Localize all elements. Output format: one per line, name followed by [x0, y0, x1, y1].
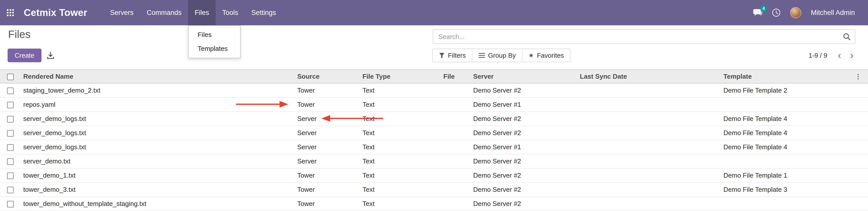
row-checkbox-cell	[0, 168, 21, 182]
table-row[interactable]: tower_demo_without_template_staging.txt …	[0, 197, 868, 211]
menu-tools[interactable]: Tools	[216, 0, 245, 25]
search-input[interactable]	[433, 33, 839, 41]
row-checkbox[interactable]	[7, 102, 14, 108]
table-row[interactable]: server_demo_logs.txt Server Text Demo Se…	[0, 140, 868, 154]
row-checkbox[interactable]	[7, 144, 14, 151]
menu-files-label: Files	[195, 9, 209, 17]
table-body: staging_tower_demo_2.txt Tower Text Demo…	[0, 83, 868, 211]
filters-button[interactable]: Filters	[433, 49, 472, 62]
cell-rendered-name: tower_demo_1.txt	[21, 168, 295, 182]
row-checkbox[interactable]	[7, 116, 14, 122]
pager-next-button[interactable]: ›	[846, 51, 857, 60]
table-row[interactable]: server_demo_logs.txt Server Text Demo Se…	[0, 112, 868, 126]
cell-trailing	[853, 126, 868, 140]
cell-template	[721, 154, 853, 168]
messages-button[interactable]: 4	[753, 9, 762, 17]
cell-template: Demo File Template 4	[721, 112, 853, 126]
cell-server: Demo Server #1	[471, 97, 578, 112]
search-submit[interactable]	[839, 33, 855, 40]
table-row[interactable]: repos.yaml Tower Text Demo Server #1	[0, 97, 868, 112]
cell-trailing	[853, 197, 868, 211]
cell-template: Demo File Template 4	[721, 140, 853, 154]
optional-columns-toggle[interactable]: ⋮	[853, 69, 868, 83]
cell-rendered-name: server_demo_logs.txt	[21, 126, 295, 140]
column-header-last-sync-date[interactable]: Last Sync Date	[578, 69, 721, 83]
filters-label: Filters	[448, 52, 466, 59]
search-options: Filters Group By ★ Favorites	[432, 49, 570, 62]
favorites-button[interactable]: ★ Favorites	[522, 49, 570, 62]
create-button[interactable]: Create	[8, 49, 41, 62]
cell-file	[441, 182, 471, 197]
cell-source: Tower	[295, 197, 361, 211]
row-checkbox-cell	[0, 97, 21, 112]
search-box	[433, 29, 855, 44]
cell-file-type: Text	[361, 182, 441, 197]
row-checkbox[interactable]	[7, 88, 14, 94]
cell-server: Demo Server #1	[471, 140, 578, 154]
table-row[interactable]: tower_demo_1.txt Tower Text Demo Server …	[0, 168, 868, 182]
column-header-server[interactable]: Server	[471, 69, 578, 83]
cell-file-type: Text	[361, 112, 441, 126]
row-checkbox-cell	[0, 126, 21, 140]
top-menu: Servers Commands Files Files Templates T…	[103, 0, 283, 25]
column-header-source[interactable]: Source	[295, 69, 361, 83]
cell-template	[721, 97, 853, 112]
menu-commands[interactable]: Commands	[140, 0, 188, 25]
row-checkbox[interactable]	[7, 130, 14, 137]
cell-file-type: Text	[361, 83, 441, 97]
pager-previous-button[interactable]: ‹	[834, 51, 845, 60]
dropdown-item-templates[interactable]: Templates	[189, 42, 240, 56]
cell-last-sync-date	[578, 126, 721, 140]
messages-badge: 4	[760, 6, 767, 12]
cell-file-type: Text	[361, 154, 441, 168]
menu-files[interactable]: Files Files Templates	[188, 0, 216, 25]
cell-source: Server	[295, 140, 361, 154]
cell-template: Demo File Template 4	[721, 126, 853, 140]
user-avatar	[790, 7, 801, 18]
cell-file-type: Text	[361, 197, 441, 211]
menu-servers[interactable]: Servers	[103, 0, 140, 25]
apps-grid-icon	[7, 9, 14, 17]
user-name[interactable]: Mitchell Admin	[811, 9, 855, 17]
user-menu[interactable]	[790, 7, 801, 18]
group-by-button[interactable]: Group By	[472, 49, 522, 62]
row-checkbox[interactable]	[7, 201, 14, 207]
cell-template: Demo File Template 3	[721, 182, 853, 197]
cell-trailing	[853, 83, 868, 97]
table-row[interactable]: server_demo.txt Server Text Demo Server …	[0, 154, 868, 168]
row-checkbox[interactable]	[7, 158, 14, 165]
column-header-template[interactable]: Template	[721, 69, 853, 83]
cell-file	[441, 154, 471, 168]
column-header-rendered-name[interactable]: Rendered Name	[21, 69, 295, 83]
navbar-spacer	[283, 0, 753, 25]
column-header-file[interactable]: File	[441, 69, 471, 83]
cell-rendered-name: server_demo_logs.txt	[21, 140, 295, 154]
dropdown-item-files[interactable]: Files	[189, 28, 240, 42]
app-brand[interactable]: Cetmix Tower	[21, 0, 90, 25]
table-row[interactable]: tower_demo_3.txt Tower Text Demo Server …	[0, 182, 868, 197]
apps-menu-button[interactable]	[0, 0, 21, 25]
menu-settings[interactable]: Settings	[245, 0, 283, 25]
app-window: Cetmix Tower Servers Commands Files File…	[0, 0, 868, 211]
column-header-file-type[interactable]: File Type	[361, 69, 441, 83]
search-icon	[843, 33, 850, 40]
row-checkbox-cell	[0, 197, 21, 211]
group-by-label: Group By	[488, 52, 516, 59]
cell-trailing	[853, 154, 868, 168]
cell-file-type: Text	[361, 126, 441, 140]
cell-server: Demo Server #2	[471, 83, 578, 97]
cell-rendered-name: tower_demo_without_template_staging.txt	[21, 197, 295, 211]
table-row[interactable]: server_demo_logs.txt Server Text Demo Se…	[0, 126, 868, 140]
pager: 1-9 / 9 ‹ ›	[809, 49, 857, 62]
cell-source: Tower	[295, 168, 361, 182]
export-button[interactable]	[43, 49, 58, 62]
cell-last-sync-date	[578, 154, 721, 168]
row-checkbox[interactable]	[7, 173, 14, 179]
cell-source: Server	[295, 126, 361, 140]
table-row[interactable]: staging_tower_demo_2.txt Tower Text Demo…	[0, 83, 868, 97]
activities-button[interactable]	[772, 8, 780, 17]
row-checkbox[interactable]	[7, 187, 14, 193]
cell-server: Demo Server #2	[471, 154, 578, 168]
select-all-checkbox[interactable]	[7, 73, 14, 80]
row-checkbox-cell	[0, 154, 21, 168]
